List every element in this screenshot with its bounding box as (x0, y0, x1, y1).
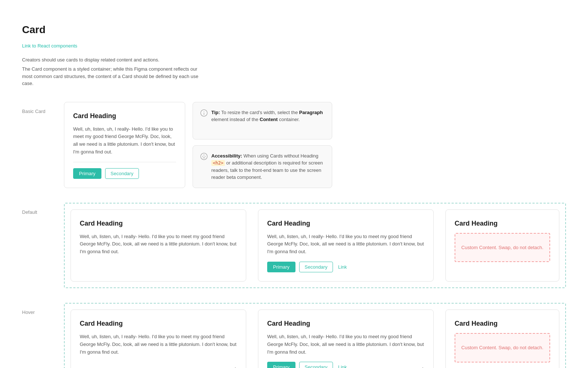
svg-point-1 (204, 112, 204, 112)
tip-icon (200, 109, 208, 117)
hover-cursor-2: ⊹ (420, 364, 426, 368)
default-card-3-custom: Custom Content. Swap, do not detach. (455, 233, 550, 262)
svg-point-5 (202, 156, 203, 156)
default-card-2-secondary[interactable]: Secondary (299, 262, 333, 272)
description-1: Creators should use cards to display rel… (22, 56, 206, 64)
hover-cards-container: Card Heading Well, uh, listen, uh, I rea… (65, 304, 565, 368)
hover-card-3-heading: Card Heading (455, 319, 550, 329)
svg-point-3 (201, 153, 207, 160)
svg-point-4 (204, 154, 204, 155)
hover-card-2-heading: Card Heading (267, 319, 424, 329)
accessibility-text: Accessibility: When using Cards without … (211, 152, 325, 181)
react-link[interactable]: Link to React components (22, 42, 77, 50)
basic-card-body: Well, uh, listen, uh, I really- Hello. I… (73, 125, 176, 156)
hover-cursor-1: ⊹ (232, 364, 239, 368)
hover-card-2[interactable]: Card Heading Well, uh, listen, uh, I rea… (258, 309, 434, 368)
svg-point-6 (205, 156, 205, 156)
hover-label: Hover (22, 303, 55, 316)
hover-card-2-link[interactable]: Link (337, 362, 348, 368)
tip-body: To resize the card's width, select the P… (211, 110, 323, 123)
default-card-2-actions: Primary Secondary Link (267, 262, 424, 272)
default-card-2-link[interactable]: Link (337, 262, 348, 272)
svg-point-8 (204, 157, 205, 158)
hover-card-1-heading: Card Heading (80, 319, 237, 329)
basic-card-label: Basic Card (22, 102, 55, 115)
hover-card-2-secondary[interactable]: Secondary (299, 362, 333, 368)
tip-card: Tip: To resize the card's width, select … (193, 102, 332, 139)
description-2: The Card component is a styled container… (22, 66, 206, 87)
accessibility-icon (200, 153, 208, 160)
default-card-3: Card Heading Custom Content. Swap, do no… (445, 209, 559, 282)
hover-card-3[interactable]: Card Heading Custom Content. Swap, do no… (445, 309, 559, 368)
basic-card-primary-button[interactable]: Primary (73, 168, 101, 179)
hover-dashed-section: Card Heading Well, uh, listen, uh, I rea… (64, 303, 566, 368)
basic-card-actions: Primary Secondary (73, 168, 176, 179)
basic-card-heading: Card Heading (73, 111, 176, 121)
default-card-2: Card Heading Well, uh, listen, uh, I rea… (258, 209, 434, 282)
basic-card-divider (73, 162, 176, 162)
basic-card-secondary-button[interactable]: Secondary (105, 168, 139, 179)
accessibility-label: Accessibility: (211, 153, 242, 159)
default-card-2-heading: Card Heading (267, 219, 424, 229)
svg-point-7 (203, 157, 204, 158)
tip-card-content: Tip: To resize the card's width, select … (200, 109, 325, 123)
basic-card-section: Basic Card Card Heading Well, uh, listen… (22, 102, 566, 188)
default-card-3-heading: Card Heading (455, 219, 550, 229)
default-cards-container: Card Heading Well, uh, listen, uh, I rea… (65, 204, 565, 287)
default-dashed-section: Card Heading Well, uh, listen, uh, I rea… (64, 203, 566, 288)
default-card-1-heading: Card Heading (80, 219, 237, 229)
default-label: Default (22, 203, 55, 216)
hover-section: Hover Card Heading Well, uh, listen, uh,… (22, 303, 566, 368)
default-card-1: Card Heading Well, uh, listen, uh, I rea… (71, 209, 246, 282)
page-container: Card Link to React components Creators s… (0, 0, 588, 368)
default-card-2-primary[interactable]: Primary (267, 262, 295, 272)
hover-card-2-actions: Primary Secondary Link (267, 362, 424, 368)
hover-card-1[interactable]: Card Heading Well, uh, listen, uh, I rea… (71, 309, 246, 368)
info-cards: Tip: To resize the card's width, select … (193, 102, 566, 188)
hover-card-1-body: Well, uh, listen, uh, I really- Hello. I… (80, 333, 237, 356)
tip-text: Tip: To resize the card's width, select … (211, 109, 325, 123)
basic-card-content: Card Heading Well, uh, listen, uh, I rea… (64, 102, 566, 188)
default-card-1-body: Well, uh, listen, uh, I really- Hello. I… (80, 233, 237, 256)
page-title: Card (22, 22, 566, 38)
default-card-2-body: Well, uh, listen, uh, I really- Hello. I… (267, 233, 424, 256)
hover-card-3-custom: Custom Content. Swap, do not detach. (455, 333, 550, 362)
hover-card-2-primary[interactable]: Primary (267, 362, 295, 368)
hover-card-2-body: Well, uh, listen, uh, I really- Hello. I… (267, 333, 424, 356)
basic-card: Card Heading Well, uh, listen, uh, I rea… (64, 102, 185, 188)
default-section: Default Card Heading Well, uh, listen, u… (22, 203, 566, 288)
tip-label: Tip: (211, 110, 220, 115)
accessibility-card: Accessibility: When using Cards without … (193, 145, 332, 188)
accessibility-card-content: Accessibility: When using Cards without … (200, 152, 325, 181)
